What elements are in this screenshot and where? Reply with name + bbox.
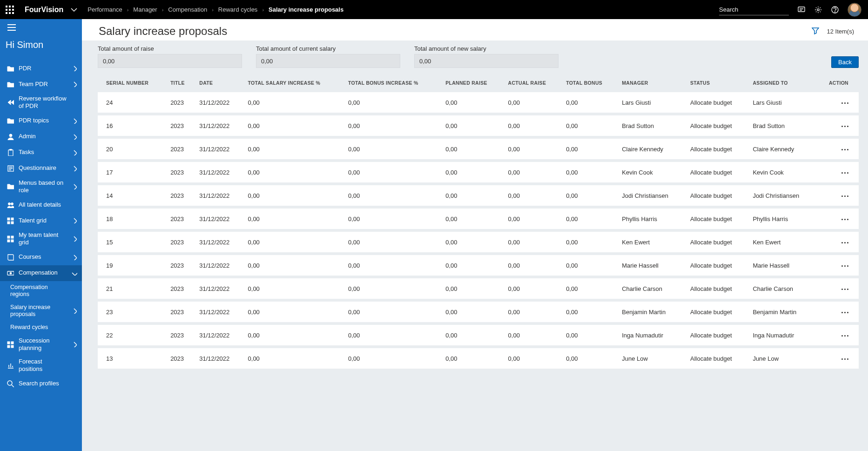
cell-title: 2023 [166,139,195,159]
breadcrumb-item[interactable]: Compensation [168,6,207,13]
help-button[interactable] [831,6,839,14]
sidebar-item-label: Talent grid [19,217,67,224]
sidebar-item-label: Succession planning [19,337,67,352]
table-row[interactable]: 13202331/12/20220,000,000,000,000,00June… [98,348,859,369]
table-row[interactable]: 14202331/12/20220,000,000,000,000,00Jodi… [98,185,859,206]
sidebar-item[interactable]: Courses [0,249,82,265]
summary-new-value: 0,00 [414,54,558,68]
column-header[interactable]: ACTUAL RAISE [504,76,562,89]
sidebar-item[interactable]: Search profiles [0,376,82,391]
help-icon [831,6,839,13]
brand-dropdown[interactable]: FourVision [19,0,84,19]
column-header[interactable]: TOTAL BONUS INCREASE % [343,76,441,89]
column-header[interactable]: TITLE [166,76,195,89]
sidebar-item[interactable]: Reverse workflow of PDR [0,92,82,113]
cell-title: 2023 [166,348,195,369]
cell-status: Allocate budget [686,348,748,369]
table-row[interactable]: 16202331/12/20220,000,000,000,000,00Brad… [98,115,859,136]
cell-tbi: 0,00 [343,348,441,369]
row-menu-button[interactable] [841,219,848,220]
sidebar-item[interactable]: Salary increase proposals [0,301,82,321]
sidebar-item[interactable]: My team talent grid [0,229,82,249]
sidebar-item[interactable]: Forecast positions [0,355,82,376]
item-count: 12 Item(s) [827,28,854,35]
row-menu-button[interactable] [841,289,848,290]
folder-icon [7,65,14,72]
sidebar-item[interactable]: Tasks [0,145,82,161]
row-menu-button[interactable] [841,172,848,174]
filter-button[interactable] [812,27,819,36]
cell-act: 0,00 [504,255,562,276]
sidebar-item-label: Tasks [19,148,67,156]
row-menu-button[interactable] [841,265,848,267]
table-row[interactable]: 19202331/12/20220,000,000,000,000,00Mari… [98,255,859,276]
cell-tbi: 0,00 [343,139,441,159]
row-menu-button[interactable] [841,335,848,337]
column-header[interactable]: STATUS [686,76,748,89]
table-row[interactable]: 21202331/12/20220,000,000,000,000,00Char… [98,278,859,299]
feedback-button[interactable] [797,6,806,14]
cell-tb: 0,00 [561,115,617,136]
column-header[interactable]: DATE [195,76,243,89]
table-row[interactable]: 18202331/12/20220,000,000,000,000,00Phyl… [98,209,859,229]
cell-title: 2023 [166,185,195,206]
breadcrumb-item[interactable]: Reward cycles [218,6,258,13]
cell-tbi: 0,00 [343,232,441,252]
column-header[interactable]: ASSIGNED TO [748,76,816,89]
sidebar-item[interactable]: Talent grid [0,213,82,229]
column-header[interactable]: ACTION [816,76,859,89]
summary-raise-label: Total amount of raise [98,45,242,52]
search-input[interactable] [719,4,789,15]
sidebar-item[interactable]: Menus based on role [0,176,82,197]
column-header[interactable]: MANAGER [617,76,686,89]
row-menu-button[interactable] [841,102,848,104]
sidebar-item[interactable]: All talent details [0,197,82,213]
expand-icon [72,81,77,87]
sidebar-item[interactable]: Admin [0,129,82,145]
row-menu-button[interactable] [841,195,848,197]
cell-date: 31/12/2022 [195,325,243,345]
table-row[interactable]: 17202331/12/20220,000,000,000,000,00Kevi… [98,162,859,182]
table-row[interactable]: 24202331/12/20220,000,000,000,000,00Lars… [98,92,859,113]
sidebar-item[interactable]: Reward cycles [0,321,82,334]
back-button[interactable]: Back [831,56,859,68]
sidebar-item-label: My team talent grid [19,231,67,247]
summary-current: Total amount of current salary 0,00 [256,45,400,68]
table-row[interactable]: 22202331/12/20220,000,000,000,000,00Inga… [98,325,859,345]
cell-assigned: Jodi Christiansen [748,185,816,206]
sidebar-item[interactable]: PDR [0,61,82,76]
cell-act: 0,00 [504,115,562,136]
app-launcher-button[interactable] [0,0,19,19]
sidebar-item[interactable]: PDR topics [0,113,82,129]
table-row[interactable]: 20202331/12/20220,000,000,000,000,00Clai… [98,139,859,159]
gear-icon [814,6,822,13]
column-header[interactable]: PLANNED RAISE [441,76,503,89]
summary-current-value: 0,00 [256,54,400,68]
folder-icon [7,183,14,190]
column-header[interactable]: TOTAL BONUS [561,76,617,89]
cell-mgr: Phyllis Harris [617,209,686,229]
cell-tsi: 0,00 [243,348,343,369]
user-avatar[interactable] [848,3,861,17]
sidebar-item[interactable]: Questionnaire [0,161,82,176]
row-menu-button[interactable] [841,126,848,127]
breadcrumb-item: Salary increase proposals [269,6,343,13]
sidebar-item[interactable]: Succession planning [0,334,82,355]
column-header[interactable]: TOTAL SALARY INCREASE % [243,76,343,89]
row-menu-button[interactable] [841,149,848,150]
breadcrumb-item[interactable]: Manager [133,6,157,13]
sidebar-toggle[interactable] [0,19,82,36]
sidebar-item[interactable]: Compensation [0,265,82,281]
sidebar-item-label: Reverse workflow of PDR [19,95,67,110]
settings-button[interactable] [814,6,822,14]
table-row[interactable]: 23202331/12/20220,000,000,000,000,00Benj… [98,302,859,322]
expand-icon [72,150,77,155]
row-menu-button[interactable] [841,358,848,360]
row-menu-button[interactable] [841,242,848,243]
breadcrumb-item[interactable]: Performance [87,6,122,13]
table-row[interactable]: 15202331/12/20220,000,000,000,000,00Ken … [98,232,859,252]
sidebar-item[interactable]: Team PDR [0,76,82,92]
sidebar-item[interactable]: Compensation regions [0,281,82,301]
row-menu-button[interactable] [841,312,848,313]
column-header[interactable]: SERIAL NUMBER [98,76,166,89]
